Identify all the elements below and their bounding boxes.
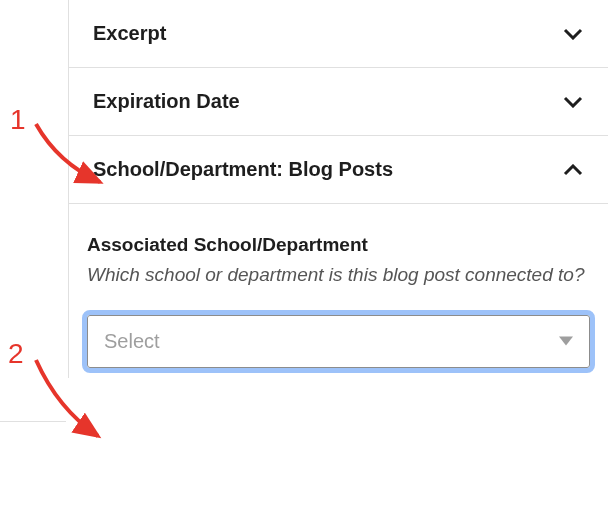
field-description: Which school or department is this blog …: [87, 262, 590, 289]
section-blog-posts-body: Associated School/Department Which schoo…: [69, 204, 608, 378]
chevron-down-icon: [562, 23, 584, 45]
section-excerpt[interactable]: Excerpt: [69, 0, 608, 68]
divider: [0, 421, 66, 422]
triangle-down-icon: [559, 337, 573, 346]
annotation-number-1: 1: [10, 104, 26, 136]
section-blog-posts-title: School/Department: Blog Posts: [93, 158, 393, 181]
annotation-number-2: 2: [8, 338, 24, 370]
section-excerpt-title: Excerpt: [93, 22, 166, 45]
settings-panel: Excerpt Expiration Date School/Departmen…: [68, 0, 608, 378]
select-placeholder: Select: [104, 330, 160, 352]
section-expiration[interactable]: Expiration Date: [69, 68, 608, 136]
chevron-up-icon: [562, 159, 584, 181]
field-label: Associated School/Department: [87, 234, 590, 256]
school-department-select[interactable]: Select: [87, 315, 590, 368]
section-blog-posts[interactable]: School/Department: Blog Posts: [69, 136, 608, 204]
chevron-down-icon: [562, 91, 584, 113]
section-expiration-title: Expiration Date: [93, 90, 240, 113]
